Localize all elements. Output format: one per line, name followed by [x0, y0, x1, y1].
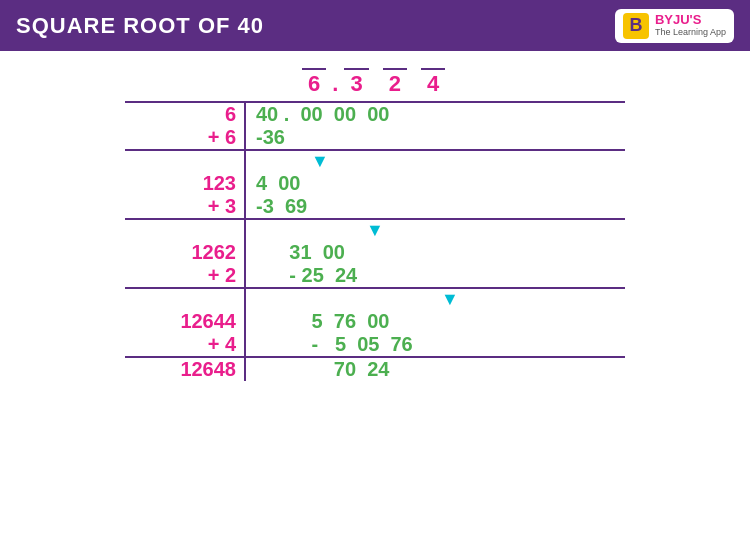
- arrow-2: ▼: [366, 220, 384, 240]
- left-cell-9: 12648: [125, 358, 245, 381]
- logo: B BYJU'S The Learning App: [615, 9, 734, 43]
- result-digit-6: 6: [302, 71, 326, 97]
- logo-name: BYJU'S: [655, 13, 726, 27]
- left-cell-3: 123: [125, 172, 245, 195]
- page-title: SQUARE ROOT OF 40: [16, 13, 264, 39]
- result-dot: .: [328, 71, 342, 97]
- calculation-area: 6 . 3 2 4 6 40 . 00 00 00 + 6: [125, 71, 625, 381]
- header: SQUARE ROOT OF 40 B BYJU'S The Learning …: [0, 0, 750, 51]
- left-cell-1: 6: [125, 102, 245, 126]
- right-cell-7: 5 76 00: [245, 310, 625, 333]
- right-cell-5: 31 00: [245, 241, 625, 264]
- logo-text: BYJU'S The Learning App: [655, 13, 726, 37]
- left-cell-8: + 4: [125, 333, 245, 357]
- right-cell-6: - 25 24: [245, 264, 625, 288]
- table-row: + 2 - 25 24: [125, 264, 625, 288]
- result-digit-4: 4: [421, 71, 445, 97]
- main-content: 6 . 3 2 4 6 40 . 00 00 00 + 6: [0, 51, 750, 546]
- left-cell-4: + 3: [125, 195, 245, 219]
- result-digit-2: 2: [383, 71, 407, 97]
- calculation-table: 6 40 . 00 00 00 + 6 -36 ▼: [125, 101, 625, 381]
- right-cell-2: -36: [245, 126, 625, 150]
- divider-2: ▼: [125, 219, 625, 241]
- table-row: + 6 -36: [125, 126, 625, 150]
- right-cell-1: 40 . 00 00 00: [245, 102, 625, 126]
- arrow-1: ▼: [311, 151, 329, 171]
- divider-3: ▼: [125, 288, 625, 310]
- table-row: 1262 31 00: [125, 241, 625, 264]
- table-row: 123 4 00: [125, 172, 625, 195]
- right-cell-8: - 5 05 76: [245, 333, 625, 357]
- result-digit-3: 3: [344, 71, 368, 97]
- table-row: 12648 70 24: [125, 358, 625, 381]
- left-cell-7: 12644: [125, 310, 245, 333]
- table-row: + 3 -3 69: [125, 195, 625, 219]
- right-cell-9: 70 24: [245, 358, 625, 381]
- table-row: + 4 - 5 05 76: [125, 333, 625, 357]
- result-row: 6 . 3 2 4: [300, 71, 625, 97]
- divider-1: ▼: [125, 150, 625, 172]
- table-row: 12644 5 76 00: [125, 310, 625, 333]
- left-cell-6: + 2: [125, 264, 245, 288]
- left-cell-2: + 6: [125, 126, 245, 150]
- table-row: 6 40 . 00 00 00: [125, 102, 625, 126]
- arrow-3: ▼: [441, 289, 459, 309]
- right-cell-4: -3 69: [245, 195, 625, 219]
- right-cell-3: 4 00: [245, 172, 625, 195]
- left-cell-5: 1262: [125, 241, 245, 264]
- logo-tagline: The Learning App: [655, 28, 726, 38]
- logo-letter: B: [623, 13, 649, 39]
